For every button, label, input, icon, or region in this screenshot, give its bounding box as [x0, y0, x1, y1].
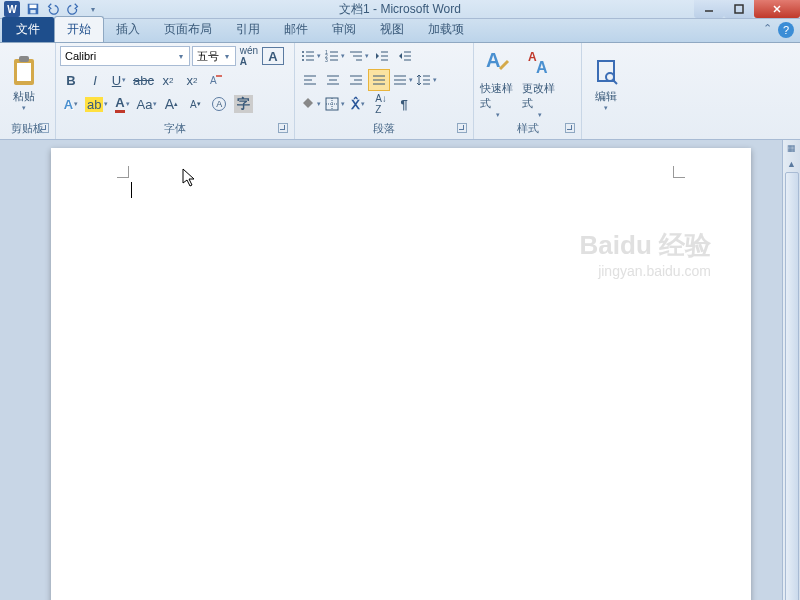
change-case-button[interactable]: Aa — [135, 93, 158, 115]
shading-button[interactable] — [299, 93, 322, 115]
svg-point-13 — [302, 55, 304, 57]
group-font: Calibri▾ 五号▾ wénA A B I U abc x2 x2 A — [56, 43, 295, 139]
svg-text:A: A — [536, 59, 548, 76]
tab-addins[interactable]: 加载项 — [416, 17, 476, 42]
change-styles-label: 更改样式 — [522, 81, 558, 111]
tab-home[interactable]: 开始 — [54, 16, 104, 42]
align-right-button[interactable] — [345, 69, 367, 91]
italic-button[interactable]: I — [84, 69, 106, 91]
highlight-button[interactable]: ab — [84, 93, 109, 115]
paragraph-launcher-icon[interactable] — [457, 123, 467, 133]
minimize-ribbon-icon[interactable]: ⌃ — [763, 22, 772, 38]
ribbon-tabs: 文件 开始 插入 页面布局 引用 邮件 审阅 视图 加载项 ⌃ ? — [0, 19, 800, 43]
minimize-button[interactable] — [694, 0, 724, 18]
change-styles-button[interactable]: AA 更改样式▾ — [520, 45, 560, 121]
save-icon[interactable] — [24, 0, 42, 18]
styles-group-label: 样式 — [478, 121, 577, 137]
bullets-button[interactable] — [299, 45, 322, 67]
borders-button[interactable] — [323, 93, 346, 115]
font-launcher-icon[interactable] — [278, 123, 288, 133]
tab-mail[interactable]: 邮件 — [272, 17, 320, 42]
shrink-font-button[interactable]: A▾ — [184, 93, 206, 115]
find-button[interactable]: 编辑▾ — [586, 45, 626, 121]
window-title: 文档1 - Microsoft Word — [339, 1, 461, 18]
app-icon: W — [4, 1, 20, 17]
quick-styles-label: 快速样式 — [480, 81, 516, 111]
font-color-button[interactable]: A — [111, 93, 133, 115]
group-styles: A 快速样式▾ AA 更改样式▾ 样式 — [474, 43, 582, 139]
asian-layout-button[interactable]: X̂ — [347, 93, 369, 115]
tab-insert[interactable]: 插入 — [104, 17, 152, 42]
svg-point-57 — [606, 73, 614, 81]
paragraph-group-label: 段落 — [299, 121, 469, 137]
scroll-up-icon[interactable]: ▲ — [784, 156, 800, 172]
svg-rect-9 — [19, 56, 29, 62]
multilevel-list-button[interactable] — [347, 45, 370, 67]
maximize-button[interactable] — [724, 0, 754, 18]
character-border-button[interactable]: A — [262, 47, 284, 65]
tab-view[interactable]: 视图 — [368, 17, 416, 42]
group-paragraph: 123 — [295, 43, 474, 139]
text-effects-button[interactable]: A — [60, 93, 82, 115]
group-edit: 编辑▾ — [582, 43, 630, 139]
page[interactable]: Baidu 经验 jingyan.baidu.com — [51, 148, 751, 600]
decrease-indent-button[interactable] — [371, 45, 393, 67]
scrollbar-thumb[interactable] — [785, 172, 799, 600]
svg-rect-4 — [735, 5, 743, 13]
window-controls — [694, 0, 800, 18]
close-button[interactable] — [754, 0, 800, 18]
tab-review[interactable]: 审阅 — [320, 17, 368, 42]
align-center-button[interactable] — [322, 69, 344, 91]
line-spacing-button[interactable] — [415, 69, 438, 91]
svg-text:3: 3 — [325, 57, 328, 63]
font-name-combo[interactable]: Calibri▾ — [60, 46, 190, 66]
bold-button[interactable]: B — [60, 69, 82, 91]
clear-formatting-button[interactable]: A — [205, 69, 227, 91]
margin-marker-top-left — [117, 166, 129, 178]
font-group-label: 字体 — [60, 121, 290, 137]
svg-rect-8 — [17, 63, 31, 81]
enclose-char-button[interactable]: A — [208, 93, 230, 115]
superscript-button[interactable]: x2 — [181, 69, 203, 91]
svg-point-11 — [302, 51, 304, 53]
distribute-button[interactable] — [391, 69, 414, 91]
align-left-button[interactable] — [299, 69, 321, 91]
svg-text:A: A — [486, 49, 500, 71]
svg-text:A: A — [210, 75, 217, 86]
clipboard-launcher-icon[interactable] — [39, 123, 49, 133]
numbering-button[interactable]: 123 — [323, 45, 346, 67]
char-shading-button[interactable]: 字 — [232, 93, 254, 115]
svg-rect-2 — [30, 10, 35, 14]
help-icon[interactable]: ? — [778, 22, 794, 38]
show-hide-button[interactable]: ¶ — [393, 93, 415, 115]
font-size-combo[interactable]: 五号▾ — [192, 46, 236, 66]
sort-button[interactable]: A↓Z — [370, 93, 392, 115]
ribbon: 粘贴 ▾ 剪贴板 Calibri▾ 五号▾ wénA A B — [0, 43, 800, 140]
styles-launcher-icon[interactable] — [565, 123, 575, 133]
margin-marker-top-right — [673, 166, 685, 178]
vertical-scrollbar[interactable]: ▦ ▲ ▼ ⦚ ○ ⦚ — [782, 140, 800, 600]
tab-file[interactable]: 文件 — [2, 17, 54, 42]
justify-button[interactable] — [368, 69, 390, 91]
edit-group-label — [586, 121, 626, 137]
svg-line-58 — [613, 80, 617, 84]
tab-references[interactable]: 引用 — [224, 17, 272, 42]
phonetic-guide-button[interactable]: wénA — [238, 45, 260, 67]
group-clipboard: 粘贴 ▾ 剪贴板 — [0, 43, 56, 139]
ruler-toggle-icon[interactable]: ▦ — [784, 140, 800, 156]
tab-layout[interactable]: 页面布局 — [152, 17, 224, 42]
text-cursor — [131, 182, 132, 198]
quick-styles-button[interactable]: A 快速样式▾ — [478, 45, 518, 121]
edit-label: 编辑 — [595, 89, 617, 104]
document-scroll[interactable]: Baidu 经验 jingyan.baidu.com — [0, 140, 782, 600]
clipboard-group-label: 剪贴板 — [4, 121, 51, 137]
underline-button[interactable]: U — [108, 69, 130, 91]
svg-rect-1 — [30, 5, 37, 9]
watermark: Baidu 经验 jingyan.baidu.com — [580, 228, 711, 279]
increase-indent-button[interactable] — [394, 45, 416, 67]
subscript-button[interactable]: x2 — [157, 69, 179, 91]
svg-point-15 — [302, 59, 304, 61]
paste-button[interactable]: 粘贴 ▾ — [4, 45, 44, 121]
grow-font-button[interactable]: A▴ — [160, 93, 182, 115]
strikethrough-button[interactable]: abc — [132, 69, 155, 91]
